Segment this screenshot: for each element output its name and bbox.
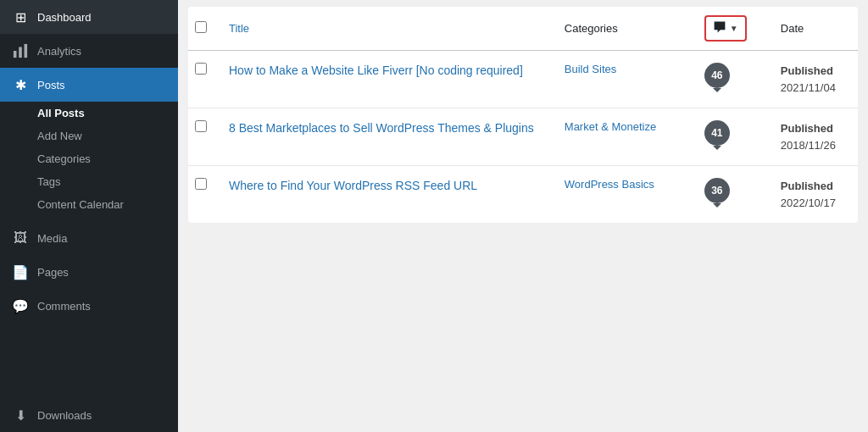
post-status: Published — [781, 120, 848, 137]
comments-sort-button[interactable]: ▼ — [704, 15, 747, 42]
posts-table: Title Categories ▼ Date — [188, 7, 858, 223]
comment-count-badge[interactable]: 46 — [704, 63, 730, 88]
post-title-cell: Where to Find Your WordPress RSS Feed UR… — [219, 166, 554, 224]
posts-icon: ✱ — [12, 76, 29, 93]
sidebar-item-label: Comments — [37, 300, 91, 313]
category-link[interactable]: Build Sites — [565, 63, 616, 75]
row-checkbox[interactable] — [195, 120, 207, 132]
category-link[interactable]: WordPress Basics — [565, 178, 654, 191]
posts-submenu: All Posts Add New Categories Tags Conten… — [0, 102, 178, 221]
post-date-cell: Published 2021/11/04 — [771, 51, 858, 108]
post-comments-cell: 36 — [694, 166, 771, 224]
post-date: Published 2021/11/04 — [781, 63, 848, 94]
post-date: Published 2018/11/26 — [781, 120, 848, 152]
sidebar-item-label: Posts — [37, 79, 65, 91]
submenu-item-categories[interactable]: Categories — [0, 147, 178, 170]
submenu-item-all-posts[interactable]: All Posts — [0, 102, 178, 125]
submenu-item-tags[interactable]: Tags — [0, 170, 178, 193]
post-date-cell: Published 2018/11/26 — [771, 108, 858, 166]
svg-rect-1 — [19, 47, 22, 58]
sidebar-item-dashboard[interactable]: ⊞ Dashboard — [0, 0, 178, 34]
sidebar-item-analytics[interactable]: Analytics — [0, 34, 178, 68]
table-row: How to Make a Website Like Fiverr [No co… — [188, 51, 858, 108]
comment-count-badge[interactable]: 36 — [704, 178, 730, 203]
table-header-row: Title Categories ▼ Date — [188, 7, 858, 51]
sidebar-item-label: Media — [37, 232, 67, 245]
posts-table-body: How to Make a Website Like Fiverr [No co… — [188, 51, 858, 224]
sidebar-item-posts[interactable]: ✱ Posts — [0, 68, 178, 102]
media-icon: 🖼 — [12, 230, 29, 246]
downloads-icon: ⬇ — [12, 407, 29, 424]
table-row: Where to Find Your WordPress RSS Feed UR… — [188, 166, 858, 224]
select-all-header — [188, 7, 219, 51]
row-checkbox[interactable] — [195, 178, 207, 190]
select-all-checkbox[interactable] — [195, 21, 207, 33]
post-comments-cell: 46 — [694, 51, 771, 108]
title-column-header[interactable]: Title — [219, 7, 554, 51]
post-category-cell: Market & Monetize — [554, 108, 694, 166]
category-link[interactable]: Market & Monetize — [565, 120, 656, 133]
row-checkbox-cell — [188, 51, 219, 108]
comments-icon: 💬 — [12, 297, 29, 314]
main-content: Title Categories ▼ Date — [178, 0, 868, 432]
categories-column-header: Categories — [554, 7, 694, 51]
sidebar-item-label: Downloads — [37, 409, 92, 422]
post-status: Published — [781, 63, 848, 80]
sidebar-item-downloads[interactable]: ⬇ Downloads — [0, 398, 178, 432]
dashboard-icon: ⊞ — [12, 8, 29, 25]
comments-column-header[interactable]: ▼ — [694, 7, 771, 51]
post-title-link[interactable]: 8 Best Marketplaces to Sell WordPress Th… — [229, 121, 534, 135]
post-title-cell: 8 Best Marketplaces to Sell WordPress Th… — [219, 108, 554, 166]
posts-table-container: Title Categories ▼ Date — [188, 7, 858, 223]
sidebar-item-label: Analytics — [37, 45, 81, 58]
post-title-link[interactable]: How to Make a Website Like Fiverr [No co… — [229, 64, 523, 77]
submenu-item-add-new[interactable]: Add New — [0, 125, 178, 147]
sidebar-item-label: Dashboard — [37, 11, 92, 24]
row-checkbox-cell — [188, 108, 219, 166]
post-date-cell: Published 2022/10/17 — [771, 166, 858, 224]
pages-icon: 📄 — [12, 263, 29, 280]
chevron-down-icon: ▼ — [730, 24, 738, 33]
post-comments-cell: 41 — [694, 108, 771, 166]
row-checkbox[interactable] — [195, 63, 207, 75]
svg-rect-2 — [25, 44, 28, 58]
post-category-cell: Build Sites — [554, 51, 694, 108]
post-status: Published — [781, 178, 848, 195]
table-row: 8 Best Marketplaces to Sell WordPress Th… — [188, 108, 858, 166]
post-title-link[interactable]: Where to Find Your WordPress RSS Feed UR… — [229, 179, 477, 192]
sidebar-item-label: Pages — [37, 266, 69, 279]
submenu-item-content-calendar[interactable]: Content Calendar — [0, 193, 178, 216]
comments-icon — [713, 20, 726, 36]
sidebar-item-comments[interactable]: 💬 Comments — [0, 289, 178, 323]
post-date: Published 2022/10/17 — [781, 178, 848, 209]
sidebar-item-media[interactable]: 🖼 Media — [0, 221, 178, 255]
comment-count-badge[interactable]: 41 — [704, 120, 730, 146]
row-checkbox-cell — [188, 166, 219, 224]
post-category-cell: WordPress Basics — [554, 166, 694, 224]
svg-rect-0 — [14, 51, 17, 58]
sidebar-item-pages[interactable]: 📄 Pages — [0, 255, 178, 289]
date-column-header[interactable]: Date — [771, 7, 858, 51]
analytics-icon — [12, 42, 29, 59]
post-title-cell: How to Make a Website Like Fiverr [No co… — [219, 51, 554, 108]
sidebar: ⊞ Dashboard Analytics ✱ Posts All Posts … — [0, 0, 178, 432]
